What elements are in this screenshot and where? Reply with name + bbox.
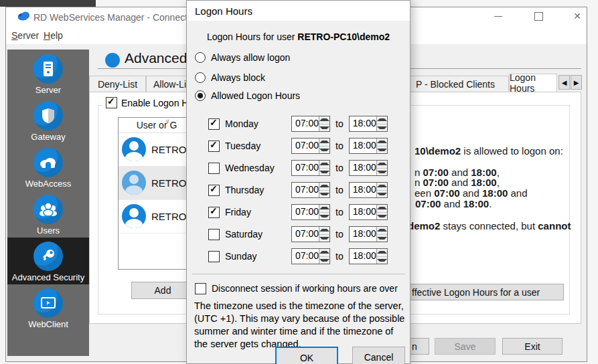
exit-button[interactable]: Exit: [502, 338, 563, 355]
spinner-down-icon: [377, 213, 387, 220]
add-button[interactable]: Add: [131, 282, 194, 299]
tab-scroll-right-button[interactable]: ▶: [571, 75, 582, 90]
screen: RD WebServices Manager - Connecte ✕ Serv…: [0, 0, 598, 364]
spinner-up-icon: [319, 249, 329, 257]
time-from-input[interactable]: 07:00: [291, 226, 330, 242]
info-line: n 07:00 and 18:00,: [415, 177, 500, 188]
time-to-input[interactable]: 18:00: [349, 116, 388, 132]
spinner[interactable]: [376, 249, 387, 264]
tab-logon-hours[interactable]: Logon Hours: [509, 74, 557, 92]
day-checkbox[interactable]: [208, 163, 220, 174]
table-row[interactable]: RETRO-PC: [119, 166, 195, 200]
spinner-down-icon: [319, 257, 329, 264]
spinner[interactable]: [319, 116, 329, 131]
spinner[interactable]: [376, 139, 387, 153]
arrow-right-icon: ▶: [574, 79, 579, 86]
show-effective-logon-hours-button[interactable]: ffective Logon Hours for a user: [406, 284, 564, 300]
sidebar-item-webaccess[interactable]: WebAccess: [7, 144, 89, 191]
ok-button[interactable]: OK: [275, 347, 338, 364]
spinner[interactable]: [319, 249, 329, 264]
spinner[interactable]: [376, 205, 387, 219]
spinner-down-icon: [319, 213, 329, 220]
info-line: 07:00 and 18:00.: [415, 198, 492, 209]
spinner-down-icon: [377, 147, 387, 154]
minimize-button[interactable]: [490, 11, 507, 21]
disconnect-session-row[interactable]: Disconnect session if working hours are …: [195, 283, 398, 294]
table-header-user-or-group[interactable]: ∨User or G: [119, 118, 195, 133]
radio-icon[interactable]: [195, 52, 206, 63]
tab-blocked-clients[interactable]: P - Blocked Clients: [402, 76, 509, 92]
sidebar-item-advanced-security[interactable]: Advanced Security: [7, 238, 89, 284]
dialog-subtitle-user: RETRO-PC10\demo2: [297, 31, 390, 42]
radio-always-allow[interactable]: Always allow logon: [195, 52, 290, 63]
day-checkbox[interactable]: [208, 141, 220, 152]
maximize-button[interactable]: [530, 11, 547, 21]
sidebar-item-server[interactable]: Server: [7, 50, 89, 97]
sidebar-item-users[interactable]: Users: [7, 191, 89, 238]
user-table: ∨User or G RETRO-PC RETRO-PC RETRO-PC: [118, 117, 194, 270]
spinner[interactable]: [376, 227, 387, 242]
day-checkbox[interactable]: [208, 118, 220, 130]
cloud-icon: [33, 148, 63, 177]
tab-scroll-left-button[interactable]: ◀: [558, 75, 570, 90]
day-row-sunday: Sunday 07:00 to 18:00: [208, 248, 388, 264]
time-from-input[interactable]: 07:00: [291, 116, 330, 132]
logon-hours-dialog: Logon Hours Logon Hours for user RETRO-P…: [186, 0, 410, 364]
menu-help[interactable]: Help: [41, 29, 66, 41]
spinner-up-icon: [319, 183, 329, 191]
spinner[interactable]: [376, 161, 387, 175]
enable-logon-hours-checkbox[interactable]: [106, 97, 117, 108]
spinner-up-icon: [377, 205, 387, 213]
spinner-up-icon: [377, 183, 387, 191]
sidebar-item-webclient[interactable]: WebClient: [7, 284, 89, 331]
spinner-up-icon: [377, 249, 387, 257]
time-to-input[interactable]: 18:00: [349, 226, 388, 242]
spinner[interactable]: [319, 161, 329, 175]
day-checkbox[interactable]: [208, 251, 220, 262]
server-icon: [33, 54, 63, 84]
shield-icon: [33, 101, 63, 130]
radio-icon[interactable]: [195, 72, 206, 83]
time-from-input[interactable]: 07:00: [291, 248, 330, 264]
day-checkbox[interactable]: [208, 229, 220, 240]
radio-icon[interactable]: [195, 90, 206, 101]
day-checkbox[interactable]: [208, 207, 220, 218]
sidebar-item-gateway[interactable]: Gateway: [7, 97, 89, 144]
spinner[interactable]: [319, 205, 329, 219]
disconnect-session-checkbox[interactable]: [195, 283, 206, 294]
enable-logon-hours-row[interactable]: Enable Logon H: [103, 97, 191, 108]
enable-logon-hours-label: Enable Logon H: [121, 98, 188, 108]
spinner[interactable]: [376, 116, 387, 131]
menu-server[interactable]: Server: [9, 29, 42, 41]
spinner-down-icon: [377, 235, 387, 242]
time-to-input[interactable]: 18:00: [349, 248, 388, 264]
page-title: Advanced: [125, 50, 187, 66]
radio-allowed-logon-hours[interactable]: Allowed Logon Hours: [195, 90, 300, 101]
spinner[interactable]: [376, 183, 387, 197]
time-to-input[interactable]: 18:00: [349, 204, 388, 220]
spinner[interactable]: [319, 139, 329, 153]
cancel-button[interactable]: Cancel: [352, 347, 405, 364]
spinner[interactable]: [319, 227, 329, 242]
table-row[interactable]: RETRO-PC: [119, 132, 195, 167]
spinner-up-icon: [377, 139, 387, 147]
day-checkbox[interactable]: [208, 185, 220, 196]
tab-deny-list[interactable]: Deny-List: [89, 76, 146, 92]
time-from-input[interactable]: 07:00: [291, 160, 330, 176]
spinner-down-icon: [319, 124, 329, 132]
sidebar-label: Gateway: [7, 132, 89, 142]
radio-always-block[interactable]: Always block: [195, 72, 265, 83]
day-row-tuesday: Tuesday 07:00 to 18:00: [208, 138, 388, 154]
sidebar-label: WebAccess: [7, 179, 89, 189]
time-to-input[interactable]: 18:00: [349, 182, 388, 198]
time-to-input[interactable]: 18:00: [349, 138, 388, 154]
close-button[interactable]: ✕: [569, 11, 586, 21]
time-from-input[interactable]: 07:00: [291, 182, 330, 198]
time-from-input[interactable]: 07:00: [291, 138, 330, 154]
save-button[interactable]: Save: [435, 338, 496, 355]
page-key-icon: [105, 53, 120, 68]
table-row[interactable]: RETRO-PC: [119, 199, 195, 234]
spinner[interactable]: [319, 183, 329, 197]
time-from-input[interactable]: 07:00: [291, 204, 330, 220]
time-to-input[interactable]: 18:00: [349, 160, 388, 176]
